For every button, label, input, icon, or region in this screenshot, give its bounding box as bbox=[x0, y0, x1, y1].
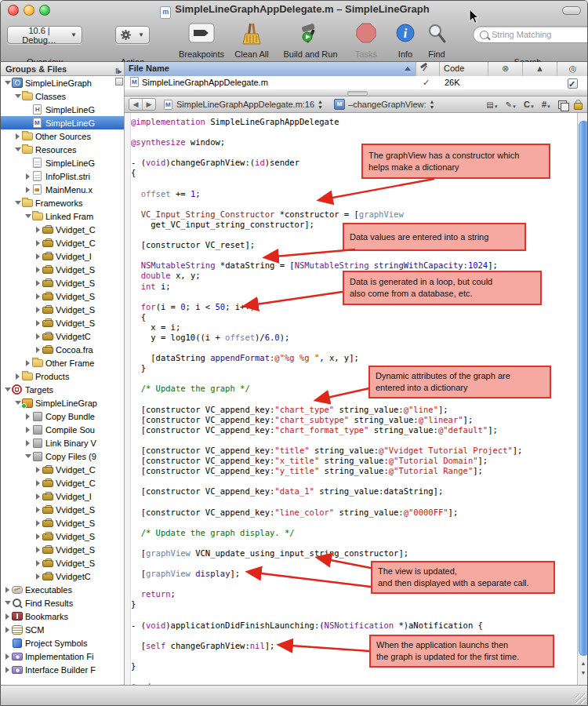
sidebar-item[interactable]: SimpleLineG bbox=[1, 103, 124, 116]
disclosure-triangle-icon[interactable] bbox=[34, 493, 42, 500]
sidebar-item[interactable]: Other Sources bbox=[1, 129, 124, 143]
lock-icon[interactable] bbox=[574, 103, 583, 110]
symbol-popup[interactable]: M –changeGraphView: ▲▼ bbox=[326, 99, 437, 110]
sidebar-item[interactable]: Classes bbox=[1, 89, 124, 103]
sidebar-item[interactable]: Copy Bundle bbox=[1, 409, 124, 423]
disclosure-triangle-icon[interactable] bbox=[24, 427, 31, 433]
disclosure-triangle-icon[interactable] bbox=[14, 201, 21, 205]
sidebar-item[interactable]: SimpleLineG bbox=[1, 116, 124, 129]
disclosure-triangle-icon[interactable] bbox=[14, 94, 21, 98]
disclosure-triangle-icon[interactable] bbox=[34, 333, 42, 340]
disclosure-triangle-icon[interactable] bbox=[24, 454, 31, 458]
action-popup[interactable]: ▼ Action bbox=[115, 26, 150, 44]
sidebar-item[interactable]: Vvidget_S bbox=[1, 289, 124, 303]
sidebar-item[interactable]: VvidgetC bbox=[1, 570, 124, 583]
disclosure-triangle-icon[interactable] bbox=[24, 187, 31, 193]
disclosure-triangle-icon[interactable] bbox=[34, 240, 42, 246]
disclosure-triangle-icon[interactable] bbox=[34, 227, 42, 233]
search-input[interactable]: String Matching bbox=[473, 26, 588, 43]
overview-popup[interactable]: 10.6 | Debug…▼ Overview bbox=[7, 26, 82, 44]
disclosure-triangle-icon[interactable] bbox=[34, 347, 42, 353]
sidebar-item[interactable]: Vvidget_S bbox=[1, 503, 124, 516]
file-table-row[interactable]: SimpleLineGraphAppDelegate.m ✓ 26K bbox=[125, 76, 588, 89]
toolbar-toggle-button[interactable] bbox=[562, 6, 581, 15]
disclosure-triangle-icon[interactable] bbox=[34, 307, 42, 313]
sidebar-item[interactable]: Vvidget_C bbox=[1, 223, 124, 236]
scroll-up-arrow[interactable]: ▲ bbox=[578, 659, 588, 668]
disclosure-triangle-icon[interactable] bbox=[34, 467, 42, 473]
sidebar-item[interactable]: Vvidget_S bbox=[1, 556, 124, 570]
sidebar-item[interactable]: Linked Fram bbox=[1, 209, 124, 223]
sidebar-item[interactable]: Vvidget_C bbox=[1, 476, 124, 489]
sidebar-item[interactable]: Implementation Fi bbox=[1, 650, 124, 663]
column-target[interactable]: ◎ bbox=[557, 62, 588, 76]
build-and-run-button[interactable]: Build and Run bbox=[281, 18, 339, 59]
sidebar-item[interactable]: SimpleLineGrap bbox=[1, 396, 124, 409]
sidebar-item[interactable]: Vvidget_S bbox=[1, 303, 124, 316]
sidebar-item[interactable]: Resources bbox=[1, 143, 124, 156]
disclosure-triangle-icon[interactable] bbox=[24, 413, 31, 420]
disclosure-triangle-icon[interactable] bbox=[34, 560, 42, 566]
clean-all-button[interactable]: Clean All bbox=[234, 18, 270, 59]
sidebar-item[interactable]: Vvidget_I bbox=[1, 249, 124, 263]
disclosure-triangle-icon[interactable] bbox=[24, 360, 31, 366]
sidebar-item[interactable]: Copy Files (9 bbox=[1, 449, 124, 463]
disclosure-triangle-icon[interactable] bbox=[24, 440, 31, 446]
sidebar-item[interactable]: Frameworks bbox=[1, 196, 124, 209]
sidebar-item[interactable]: Vvidget_S bbox=[1, 276, 124, 289]
disclosure-triangle-icon[interactable] bbox=[34, 253, 42, 260]
disclosure-triangle-icon[interactable] bbox=[14, 373, 21, 380]
counterpart-icon[interactable] bbox=[558, 100, 567, 109]
sidebar-item[interactable]: Other Frame bbox=[1, 356, 124, 369]
code-editor[interactable]: @implementation SimpleLineGraphAppDelega… bbox=[125, 113, 588, 686]
disclosure-triangle-icon[interactable] bbox=[4, 613, 11, 620]
sidebar-item[interactable]: Vvidget_S bbox=[1, 316, 124, 329]
sidebar-item[interactable]: Find Results bbox=[1, 596, 124, 610]
disclosure-triangle-icon[interactable] bbox=[34, 547, 42, 553]
sidebar-item[interactable]: Targets bbox=[1, 383, 124, 396]
sidebar-item[interactable]: Link Binary V bbox=[1, 436, 124, 449]
pragma-menu-icon[interactable]: #▼ bbox=[542, 100, 551, 109]
sidebar-item[interactable]: Interface Builder F bbox=[1, 663, 124, 676]
code-lines[interactable]: @implementation SimpleLineGraphAppDelega… bbox=[131, 113, 578, 686]
disclosure-triangle-icon[interactable] bbox=[4, 388, 11, 391]
column-code[interactable]: Code bbox=[440, 62, 488, 76]
column-build[interactable] bbox=[416, 62, 440, 76]
back-button[interactable]: ◀ bbox=[129, 99, 143, 110]
column-errors[interactable]: ⊗ bbox=[488, 62, 523, 76]
disclosure-triangle-icon[interactable] bbox=[34, 520, 42, 526]
sidebar-item[interactable]: Vvidget_I bbox=[1, 489, 124, 503]
disclosure-triangle-icon[interactable] bbox=[34, 533, 42, 540]
disclosure-triangle-icon[interactable] bbox=[34, 267, 42, 273]
column-warnings[interactable]: ▲ bbox=[523, 62, 557, 76]
sidebar-badge-icon[interactable] bbox=[115, 78, 123, 86]
disclosure-triangle-icon[interactable] bbox=[14, 133, 21, 140]
info-button[interactable]: i Info bbox=[391, 18, 419, 59]
history-buttons[interactable]: ◀ ▶ bbox=[129, 98, 156, 111]
sidebar-item[interactable]: Vvidget_S bbox=[1, 516, 124, 530]
sidebar-item[interactable]: Executables bbox=[1, 583, 124, 596]
sidebar-item[interactable]: SimpleLineG bbox=[1, 156, 124, 169]
sidebar-item[interactable]: SCM bbox=[1, 623, 124, 636]
sidebar-item[interactable]: Products bbox=[1, 369, 124, 383]
disclosure-triangle-icon[interactable] bbox=[34, 293, 42, 300]
sidebar-item[interactable]: InfoPlist.stri bbox=[1, 169, 124, 183]
disclosure-triangle-icon[interactable] bbox=[4, 627, 11, 633]
disclosure-triangle-icon[interactable] bbox=[4, 667, 11, 673]
sidebar-item[interactable]: Vvidget_S bbox=[1, 543, 124, 556]
sidebar-item[interactable]: SimpleLineGraph bbox=[1, 76, 124, 89]
find-button[interactable]: Find bbox=[423, 18, 451, 59]
column-file-name[interactable]: File Name bbox=[125, 62, 416, 76]
feedback-menu-icon[interactable]: ✎▼ bbox=[506, 100, 517, 109]
bookmark-menu-icon[interactable]: ▤▼ bbox=[486, 100, 498, 109]
editor-scrollbar[interactable]: ▲ ▼ bbox=[577, 113, 588, 686]
splitter-handle[interactable] bbox=[347, 91, 368, 96]
disclosure-triangle-icon[interactable] bbox=[14, 401, 21, 405]
disclosure-triangle-icon[interactable] bbox=[14, 147, 21, 151]
scrollbar-thumb[interactable] bbox=[579, 121, 588, 656]
disclosure-triangle-icon[interactable] bbox=[34, 573, 42, 580]
sidebar-item[interactable]: Project Symbols bbox=[1, 636, 124, 650]
sidebar-item[interactable]: Vvidget_S bbox=[1, 263, 124, 276]
sidebar-item[interactable]: Vvidget_C bbox=[1, 463, 124, 476]
sidebar-item[interactable]: Vvidget_S bbox=[1, 530, 124, 543]
